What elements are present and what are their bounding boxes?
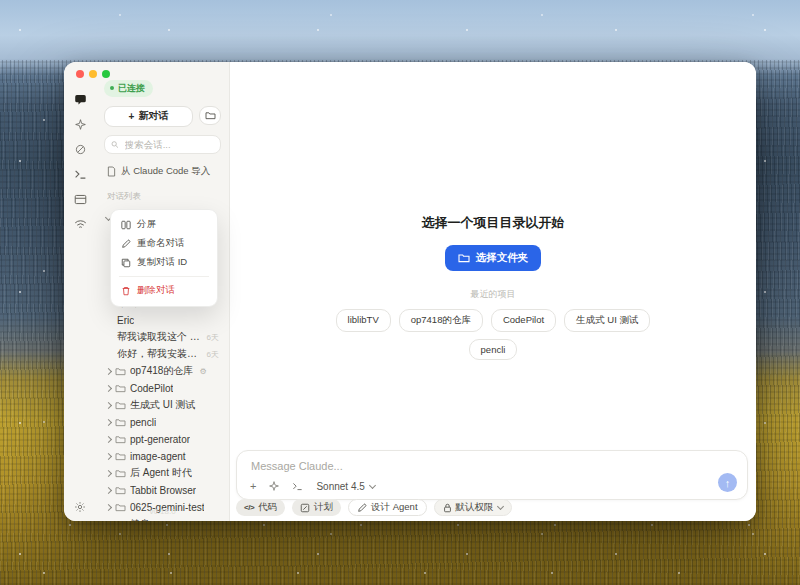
- send-button[interactable]: ↑: [718, 473, 737, 492]
- arrow-up-icon: ↑: [725, 477, 731, 489]
- chat-age: 6天: [207, 332, 219, 343]
- chat-row[interactable]: 你好，帮我安装一下... 6天: [104, 346, 221, 363]
- status-dot-icon: [110, 86, 114, 90]
- folder-icon: [115, 418, 126, 427]
- spark-icon[interactable]: [269, 481, 279, 491]
- mode-label: 设计 Agent: [371, 501, 417, 514]
- document-icon: [107, 166, 116, 177]
- folder-row[interactable]: ppt-generator: [104, 431, 221, 448]
- menu-item-split[interactable]: 分屏: [111, 215, 217, 234]
- mode-label: 默认权限: [456, 501, 494, 514]
- composer-tools: + Sonnet 4.5: [250, 480, 375, 492]
- default-permissions-chip[interactable]: 默认权限: [434, 499, 512, 516]
- open-folder-button[interactable]: [199, 106, 221, 125]
- folder-icon: [115, 469, 126, 478]
- mode-design-agent-chip[interactable]: 设计 Agent: [348, 499, 426, 516]
- conversation-list-label: 对话列表: [104, 191, 221, 203]
- recent-project-chip[interactable]: 生成式 UI 测试: [564, 309, 650, 332]
- chevron-right-icon: [105, 486, 112, 493]
- new-chat-label: 新对话: [138, 109, 168, 123]
- claude-code-import[interactable]: 从 Claude Code 导入: [104, 165, 221, 178]
- chat-row[interactable]: 帮我读取我这个 gith... 6天: [104, 329, 221, 346]
- chevron-right-icon: [105, 401, 112, 408]
- page-title: 选择一个项目目录以开始: [230, 214, 756, 232]
- folder-icon: [115, 452, 126, 461]
- mode-code-chip[interactable]: </> 代码: [236, 499, 285, 516]
- minimize-button[interactable]: [89, 70, 97, 78]
- recent-project-chip[interactable]: pencli: [469, 339, 518, 360]
- main-panel: 选择一个项目目录以开始 选择文件夹 最近的项目 liblibTV op7418的…: [230, 62, 756, 521]
- search-icon: [111, 140, 119, 149]
- import-label: 从 Claude Code 导入: [121, 165, 210, 178]
- chevron-right-icon: [105, 367, 112, 374]
- plan-icon: [300, 503, 310, 513]
- chevron-down-icon: [369, 481, 376, 488]
- chat-icon[interactable]: [64, 87, 96, 112]
- spark-icon[interactable]: [64, 112, 96, 137]
- model-selector[interactable]: Sonnet 4.5: [316, 481, 374, 492]
- recent-project-chip[interactable]: liblibTV: [336, 309, 391, 332]
- chat-row[interactable]: Eric: [104, 312, 221, 329]
- folder-row[interactable]: CodePilot: [104, 380, 221, 397]
- attach-plus-icon[interactable]: +: [250, 480, 256, 492]
- message-composer: + Sonnet 4.5 ↑: [236, 450, 748, 500]
- folder-icon: [115, 401, 126, 410]
- folder-icon: [205, 111, 216, 120]
- window-controls: [76, 70, 110, 78]
- choose-folder-label: 选择文件夹: [476, 251, 529, 265]
- folder-label: pencli: [130, 417, 156, 428]
- menu-label: 复制对话 ID: [137, 256, 187, 269]
- recent-project-chip[interactable]: op7418的仓库: [399, 309, 483, 332]
- chevron-right-icon: [105, 469, 112, 476]
- folder-label: ppt-generator: [130, 434, 190, 445]
- mode-label: 计划: [314, 501, 333, 514]
- choose-folder-button[interactable]: 选择文件夹: [445, 245, 542, 271]
- menu-divider: [119, 276, 209, 277]
- wifi-icon[interactable]: [64, 212, 96, 237]
- folder-row[interactable]: image-agent: [104, 448, 221, 465]
- menu-item-delete[interactable]: 删除对话: [111, 281, 217, 300]
- copy-icon: [121, 258, 131, 268]
- chevron-right-icon: [105, 418, 112, 425]
- model-name: Sonnet 4.5: [316, 481, 364, 492]
- folder-row[interactable]: pencli: [104, 414, 221, 431]
- mode-label: 代码: [258, 501, 277, 514]
- zoom-button[interactable]: [102, 70, 110, 78]
- new-chat-button[interactable]: + 新对话: [104, 106, 193, 127]
- folder-badge-icon: ⚙: [199, 367, 206, 376]
- terminal-icon[interactable]: [292, 482, 303, 491]
- menu-label: 重命名对话: [137, 237, 185, 250]
- mode-plan-chip[interactable]: 计划: [292, 499, 341, 516]
- menu-item-copy-id[interactable]: 复制对话 ID: [111, 253, 217, 272]
- preview-window-icon[interactable]: [64, 187, 96, 212]
- folder-label: Tabbit Browser: [130, 485, 196, 496]
- menu-label: 删除对话: [137, 284, 175, 297]
- settings-gear-icon[interactable]: [64, 501, 96, 513]
- slash-circle-icon[interactable]: [64, 137, 96, 162]
- pen-icon: [357, 503, 367, 513]
- folder-icon: [115, 384, 126, 393]
- folder-row[interactable]: op7418的仓库 ⚙: [104, 363, 221, 380]
- code-icon: </>: [244, 503, 254, 512]
- message-input[interactable]: [249, 459, 703, 473]
- chevron-right-icon: [105, 384, 112, 391]
- recent-project-chip[interactable]: CodePilot: [491, 309, 556, 332]
- folder-icon: [115, 486, 126, 495]
- folder-label: 后 Agent 时代: [130, 466, 192, 480]
- folder-row[interactable]: 健身: [104, 516, 221, 522]
- folder-label: 健身: [130, 517, 150, 521]
- pencil-icon: [121, 239, 131, 249]
- close-button[interactable]: [76, 70, 84, 78]
- folder-row[interactable]: 后 Agent 时代: [104, 465, 221, 482]
- chat-label: 帮我读取我这个 gith...: [117, 330, 203, 344]
- app-version: v0.18.0: [96, 507, 229, 516]
- folder-row[interactable]: Tabbit Browser: [104, 482, 221, 499]
- search-input[interactable]: [123, 138, 214, 151]
- menu-item-rename[interactable]: 重命名对话: [111, 234, 217, 253]
- folder-icon: [115, 520, 126, 522]
- folder-open-icon: [458, 253, 470, 263]
- search-box[interactable]: [104, 135, 221, 154]
- folder-row[interactable]: 生成式 UI 测试: [104, 397, 221, 414]
- chat-label: Eric: [117, 315, 134, 326]
- terminal-icon[interactable]: [64, 162, 96, 187]
